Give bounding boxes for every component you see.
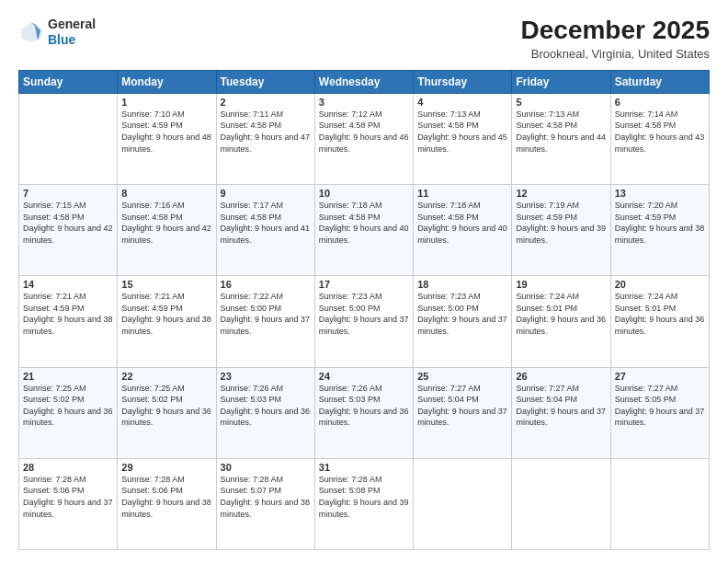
calendar-week-row: 21Sunrise: 7:25 AMSunset: 5:02 PMDayligh… bbox=[19, 367, 710, 458]
day-number: 22 bbox=[121, 371, 211, 382]
calendar-header-row: SundayMondayTuesdayWednesdayThursdayFrid… bbox=[19, 70, 710, 93]
calendar-week-row: 28Sunrise: 7:28 AMSunset: 5:06 PMDayligh… bbox=[19, 458, 710, 549]
calendar-cell: 24Sunrise: 7:26 AMSunset: 5:03 PMDayligh… bbox=[314, 367, 413, 458]
day-info: Sunrise: 7:20 AMSunset: 4:59 PMDaylight:… bbox=[615, 200, 705, 246]
calendar-header-saturday: Saturday bbox=[610, 70, 709, 93]
calendar-cell: 13Sunrise: 7:20 AMSunset: 4:59 PMDayligh… bbox=[610, 185, 709, 276]
day-number: 18 bbox=[417, 279, 507, 290]
page: General Blue December 2025 Brookneal, Vi… bbox=[0, 0, 728, 563]
day-info: Sunrise: 7:24 AMSunset: 5:01 PMDaylight:… bbox=[615, 291, 705, 337]
day-number: 25 bbox=[417, 371, 507, 382]
day-number: 6 bbox=[615, 97, 705, 108]
day-info: Sunrise: 7:19 AMSunset: 4:59 PMDaylight:… bbox=[516, 200, 606, 246]
day-number: 8 bbox=[121, 188, 211, 199]
day-number: 20 bbox=[615, 279, 705, 290]
day-info: Sunrise: 7:26 AMSunset: 5:03 PMDaylight:… bbox=[319, 383, 409, 429]
day-number: 28 bbox=[23, 462, 113, 473]
calendar-cell: 30Sunrise: 7:28 AMSunset: 5:07 PMDayligh… bbox=[216, 458, 314, 549]
calendar-cell: 27Sunrise: 7:27 AMSunset: 5:05 PMDayligh… bbox=[610, 367, 709, 458]
day-info: Sunrise: 7:11 AMSunset: 4:58 PMDaylight:… bbox=[221, 109, 311, 155]
title-block: December 2025 Brookneal, Virginia, Unite… bbox=[521, 17, 710, 61]
day-info: Sunrise: 7:21 AMSunset: 4:59 PMDaylight:… bbox=[121, 291, 211, 337]
calendar-cell: 18Sunrise: 7:23 AMSunset: 5:00 PMDayligh… bbox=[414, 276, 512, 367]
calendar-cell: 26Sunrise: 7:27 AMSunset: 5:04 PMDayligh… bbox=[512, 367, 610, 458]
day-number: 1 bbox=[121, 97, 211, 108]
calendar-cell: 21Sunrise: 7:25 AMSunset: 5:02 PMDayligh… bbox=[19, 367, 118, 458]
calendar-cell: 4Sunrise: 7:13 AMSunset: 4:58 PMDaylight… bbox=[414, 93, 512, 184]
calendar-cell bbox=[414, 458, 512, 549]
month-title: December 2025 bbox=[521, 17, 710, 45]
calendar-cell: 8Sunrise: 7:16 AMSunset: 4:58 PMDaylight… bbox=[118, 185, 216, 276]
calendar-week-row: 14Sunrise: 7:21 AMSunset: 4:59 PMDayligh… bbox=[19, 276, 710, 367]
day-number: 31 bbox=[319, 462, 409, 473]
day-info: Sunrise: 7:22 AMSunset: 5:00 PMDaylight:… bbox=[221, 291, 311, 337]
day-info: Sunrise: 7:23 AMSunset: 5:00 PMDaylight:… bbox=[417, 291, 507, 337]
day-number: 27 bbox=[615, 371, 705, 382]
calendar-header-wednesday: Wednesday bbox=[314, 70, 413, 93]
logo-general-text: General bbox=[48, 17, 96, 31]
day-number: 23 bbox=[221, 371, 311, 382]
day-info: Sunrise: 7:13 AMSunset: 4:58 PMDaylight:… bbox=[417, 109, 507, 155]
day-info: Sunrise: 7:12 AMSunset: 4:58 PMDaylight:… bbox=[319, 109, 409, 155]
calendar-cell: 3Sunrise: 7:12 AMSunset: 4:58 PMDaylight… bbox=[314, 93, 413, 184]
day-info: Sunrise: 7:27 AMSunset: 5:05 PMDaylight:… bbox=[615, 383, 705, 429]
day-info: Sunrise: 7:27 AMSunset: 5:04 PMDaylight:… bbox=[417, 383, 507, 429]
day-info: Sunrise: 7:23 AMSunset: 5:00 PMDaylight:… bbox=[319, 291, 409, 337]
day-info: Sunrise: 7:10 AMSunset: 4:59 PMDaylight:… bbox=[121, 109, 211, 155]
calendar-header-friday: Friday bbox=[512, 70, 610, 93]
calendar-cell: 10Sunrise: 7:18 AMSunset: 4:58 PMDayligh… bbox=[314, 185, 413, 276]
day-number: 14 bbox=[23, 279, 113, 290]
day-info: Sunrise: 7:14 AMSunset: 4:58 PMDaylight:… bbox=[615, 109, 705, 155]
calendar-cell: 7Sunrise: 7:15 AMSunset: 4:58 PMDaylight… bbox=[19, 185, 118, 276]
calendar-cell bbox=[610, 458, 709, 549]
day-info: Sunrise: 7:16 AMSunset: 4:58 PMDaylight:… bbox=[121, 200, 211, 246]
calendar-cell: 25Sunrise: 7:27 AMSunset: 5:04 PMDayligh… bbox=[414, 367, 512, 458]
day-info: Sunrise: 7:28 AMSunset: 5:06 PMDaylight:… bbox=[23, 474, 113, 520]
calendar-header-monday: Monday bbox=[118, 70, 216, 93]
day-number: 12 bbox=[516, 188, 606, 199]
header: General Blue December 2025 Brookneal, Vi… bbox=[18, 17, 710, 61]
day-number: 4 bbox=[417, 97, 507, 108]
day-number: 26 bbox=[516, 371, 606, 382]
day-info: Sunrise: 7:13 AMSunset: 4:58 PMDaylight:… bbox=[516, 109, 606, 155]
day-number: 7 bbox=[23, 188, 113, 199]
day-number: 10 bbox=[319, 188, 409, 199]
day-number: 30 bbox=[221, 462, 311, 473]
logo-blue-text: Blue bbox=[48, 32, 75, 47]
day-info: Sunrise: 7:18 AMSunset: 4:58 PMDaylight:… bbox=[319, 200, 409, 246]
calendar-cell: 31Sunrise: 7:28 AMSunset: 5:08 PMDayligh… bbox=[314, 458, 413, 549]
calendar-cell: 23Sunrise: 7:26 AMSunset: 5:03 PMDayligh… bbox=[216, 367, 314, 458]
calendar-cell: 28Sunrise: 7:28 AMSunset: 5:06 PMDayligh… bbox=[19, 458, 118, 549]
calendar-cell: 19Sunrise: 7:24 AMSunset: 5:01 PMDayligh… bbox=[512, 276, 610, 367]
day-number: 17 bbox=[319, 279, 409, 290]
logo: General Blue bbox=[18, 17, 96, 48]
calendar-cell: 22Sunrise: 7:25 AMSunset: 5:02 PMDayligh… bbox=[118, 367, 216, 458]
day-info: Sunrise: 7:26 AMSunset: 5:03 PMDaylight:… bbox=[221, 383, 311, 429]
day-number: 16 bbox=[221, 279, 311, 290]
calendar-header-tuesday: Tuesday bbox=[216, 70, 314, 93]
calendar-cell: 2Sunrise: 7:11 AMSunset: 4:58 PMDaylight… bbox=[216, 93, 314, 184]
calendar-cell: 12Sunrise: 7:19 AMSunset: 4:59 PMDayligh… bbox=[512, 185, 610, 276]
calendar-table: SundayMondayTuesdayWednesdayThursdayFrid… bbox=[18, 70, 710, 550]
day-number: 9 bbox=[221, 188, 311, 199]
calendar-cell: 14Sunrise: 7:21 AMSunset: 4:59 PMDayligh… bbox=[19, 276, 118, 367]
day-number: 2 bbox=[221, 97, 311, 108]
day-info: Sunrise: 7:18 AMSunset: 4:58 PMDaylight:… bbox=[417, 200, 507, 246]
location: Brookneal, Virginia, United States bbox=[521, 47, 710, 61]
calendar-cell: 6Sunrise: 7:14 AMSunset: 4:58 PMDaylight… bbox=[610, 93, 709, 184]
day-info: Sunrise: 7:24 AMSunset: 5:01 PMDaylight:… bbox=[516, 291, 606, 337]
day-info: Sunrise: 7:21 AMSunset: 4:59 PMDaylight:… bbox=[23, 291, 113, 337]
day-info: Sunrise: 7:17 AMSunset: 4:58 PMDaylight:… bbox=[221, 200, 311, 246]
day-info: Sunrise: 7:27 AMSunset: 5:04 PMDaylight:… bbox=[516, 383, 606, 429]
calendar-cell: 11Sunrise: 7:18 AMSunset: 4:58 PMDayligh… bbox=[414, 185, 512, 276]
day-number: 29 bbox=[121, 462, 211, 473]
calendar-cell: 16Sunrise: 7:22 AMSunset: 5:00 PMDayligh… bbox=[216, 276, 314, 367]
logo-icon bbox=[18, 19, 44, 45]
day-info: Sunrise: 7:28 AMSunset: 5:07 PMDaylight:… bbox=[221, 474, 311, 520]
day-info: Sunrise: 7:28 AMSunset: 5:06 PMDaylight:… bbox=[121, 474, 211, 520]
day-number: 3 bbox=[319, 97, 409, 108]
calendar-cell: 9Sunrise: 7:17 AMSunset: 4:58 PMDaylight… bbox=[216, 185, 314, 276]
day-number: 24 bbox=[319, 371, 409, 382]
day-info: Sunrise: 7:25 AMSunset: 5:02 PMDaylight:… bbox=[23, 383, 113, 429]
day-info: Sunrise: 7:15 AMSunset: 4:58 PMDaylight:… bbox=[23, 200, 113, 246]
